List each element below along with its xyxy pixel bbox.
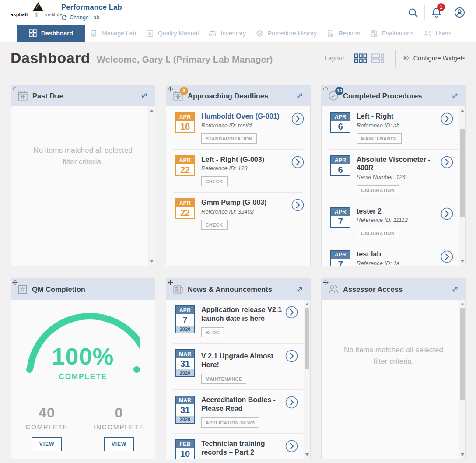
- tab-evaluations[interactable]: Evaluations: [365, 25, 418, 42]
- scrollbar[interactable]: [148, 106, 155, 266]
- tab-procedure-history[interactable]: Procedure History: [251, 25, 322, 42]
- date-month: APR: [176, 156, 194, 164]
- widget-header: Past Due: [11, 85, 155, 106]
- scroll-up-arrow[interactable]: [461, 109, 464, 112]
- scroll-thumb[interactable]: [305, 308, 309, 369]
- item-title[interactable]: test lab: [357, 250, 399, 259]
- tab-label: Procedure History: [268, 30, 317, 37]
- scroll-up-arrow[interactable]: [150, 109, 154, 112]
- item-title[interactable]: Gmm Pump (G-003): [201, 198, 266, 207]
- header-divider: [54, 0, 54, 25]
- item-tag: CHECK: [201, 220, 228, 230]
- news-item[interactable]: MAR 31 2020 V 2.1 Upgrade Almost Here! M…: [166, 344, 310, 389]
- item-open-button[interactable]: [441, 156, 453, 168]
- configure-widgets-button[interactable]: Configure Widgets: [402, 54, 466, 62]
- item-open-button[interactable]: [285, 396, 298, 409]
- scrollbar[interactable]: [459, 300, 466, 459]
- item-tag: CALIBRATION: [357, 228, 399, 238]
- qm-stat-incomplete: 0 INCOMPLETE VIEW: [83, 405, 155, 451]
- item-title[interactable]: Technician training records – Part 2: [201, 439, 290, 456]
- star-box-icon: [17, 284, 28, 295]
- date-month: MAR: [176, 350, 194, 358]
- item-title[interactable]: Application release V2.1 launch date is …: [201, 305, 290, 323]
- stat-value: 40: [11, 405, 83, 421]
- news-item[interactable]: FEB 10 2020 Technician training records …: [166, 434, 310, 459]
- expand-widget-button[interactable]: [295, 285, 304, 294]
- expand-widget-button[interactable]: [451, 285, 459, 294]
- layout-grid-button[interactable]: [352, 53, 369, 63]
- item-title[interactable]: tester 2: [357, 207, 408, 216]
- item-open-button[interactable]: [285, 440, 298, 452]
- lab-name: Performance Lab: [61, 3, 122, 12]
- logo-word-asphalt: asphalt: [10, 12, 28, 17]
- scroll-down-arrow[interactable]: [305, 453, 309, 456]
- scroll-down-arrow[interactable]: [461, 260, 464, 263]
- chevron-right-icon: [441, 207, 453, 220]
- scroll-thumb[interactable]: [460, 129, 465, 217]
- account-button[interactable]: [448, 0, 471, 25]
- search-button[interactable]: [402, 0, 424, 25]
- item-title[interactable]: Humboldt Oven (G-001): [201, 112, 280, 121]
- expand-widget-button[interactable]: [140, 91, 149, 100]
- scrollbar[interactable]: [304, 300, 310, 459]
- scroll-down-arrow[interactable]: [150, 260, 154, 263]
- page-header-controls: Layout Configure Widgets: [325, 50, 466, 67]
- item-open-button[interactable]: [441, 112, 453, 125]
- widget-body: APR 18 Humboldt Oven (G-001) Reference I…: [166, 106, 310, 266]
- widget-body: APR 7 2020 Application release V2.1 laun…: [166, 300, 310, 459]
- controls-divider: [395, 50, 396, 67]
- notification-badge: 1: [437, 3, 445, 11]
- change-lab-link[interactable]: Change Lab: [61, 14, 122, 21]
- item-title[interactable]: Absolute Viscometer - 400R: [357, 155, 445, 172]
- header-actions: 1: [402, 0, 471, 25]
- asphalt-institute-logo[interactable]: asphalt|institute: [10, 2, 49, 17]
- completed-item[interactable]: APR 6 Absolute Viscometer - 400R Serial …: [322, 150, 466, 201]
- tab-quality-manual[interactable]: Quality Manual: [141, 25, 203, 42]
- chevron-right-icon: [291, 199, 304, 211]
- date-year: 2020: [176, 416, 194, 423]
- view-incomplete-button[interactable]: VIEW: [104, 437, 134, 451]
- item-open-button[interactable]: [441, 250, 453, 263]
- notifications-button[interactable]: 1: [425, 0, 448, 25]
- chevron-right-icon: [441, 156, 453, 168]
- procedure-history-icon: [256, 29, 264, 38]
- expand-widget-button[interactable]: [295, 91, 304, 100]
- tab-reports[interactable]: Reports: [322, 25, 365, 42]
- item-open-button[interactable]: [291, 156, 304, 168]
- item-open-button[interactable]: [291, 112, 304, 125]
- item-title[interactable]: Left - Right: [357, 112, 402, 121]
- deadline-item[interactable]: APR 22 Left - Right (G-003) Reference ID…: [166, 150, 310, 193]
- widget-header: QM Completion: [11, 279, 155, 300]
- date-day: 22: [176, 207, 194, 218]
- stat-label: COMPLETE: [11, 423, 83, 431]
- widget-assessor-access: Assessor Access No items matched all sel…: [321, 278, 466, 459]
- layout-list-button[interactable]: [369, 53, 386, 63]
- evaluations-icon: [370, 29, 378, 38]
- scroll-down-arrow[interactable]: [461, 453, 464, 456]
- news-item[interactable]: APR 7 2020 Application release V2.1 laun…: [166, 300, 310, 343]
- tab-manage-lab[interactable]: Manage Lab: [85, 25, 141, 42]
- item-title[interactable]: Accreditation Bodies - Please Read: [201, 396, 290, 413]
- scroll-up-arrow[interactable]: [305, 303, 309, 305]
- item-title[interactable]: Left - Right (G-003): [201, 155, 264, 164]
- item-open-button[interactable]: [441, 207, 453, 220]
- expand-widget-button[interactable]: [451, 91, 459, 100]
- scrollbar[interactable]: [459, 106, 466, 266]
- deadline-item[interactable]: APR 18 Humboldt Oven (G-001) Reference I…: [166, 106, 310, 149]
- deadline-item[interactable]: APR 22 Gmm Pump (G-003) Reference ID: 32…: [166, 193, 310, 235]
- scroll-thumb[interactable]: [460, 308, 465, 400]
- item-open-button[interactable]: [291, 199, 304, 211]
- item-title[interactable]: V 2.1 Upgrade Almost Here!: [201, 349, 290, 369]
- completed-item[interactable]: APR 7 test lab Reference ID: 1a CHECK: [322, 244, 466, 266]
- date-year: 2020: [176, 369, 194, 376]
- completed-item[interactable]: APR 6 Left - Right Reference ID: ab MAIN…: [322, 106, 466, 149]
- news-item[interactable]: MAR 31 2020 Accreditation Bodies - Pleas…: [166, 390, 310, 433]
- completed-item[interactable]: APR 7 tester 2 Reference ID: 11112 CALIB…: [322, 201, 466, 244]
- item-open-button[interactable]: [285, 350, 298, 362]
- tab-inventory[interactable]: Inventory: [203, 25, 251, 42]
- view-complete-button[interactable]: VIEW: [32, 437, 62, 451]
- scroll-up-arrow[interactable]: [461, 303, 464, 305]
- tab-users[interactable]: Users: [418, 25, 456, 42]
- tab-dashboard[interactable]: Dashboard: [17, 25, 85, 42]
- item-open-button[interactable]: [285, 306, 298, 319]
